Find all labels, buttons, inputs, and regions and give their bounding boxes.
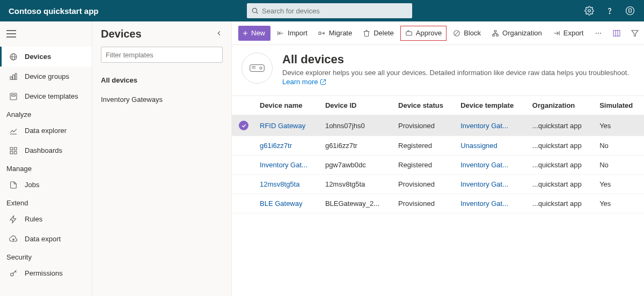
approve-icon: [405, 29, 413, 37]
device-name-cell[interactable]: RFID Gateway: [255, 115, 321, 136]
table-row[interactable]: BLE GatewayBLEGateway_2...ProvisionedInv…: [232, 194, 644, 213]
nav-data-explorer[interactable]: Data explorer: [0, 121, 92, 140]
nav-label: Jobs: [25, 181, 39, 189]
svg-point-43: [600, 33, 601, 34]
device-name-cell[interactable]: 12msv8tg5ta: [255, 175, 321, 194]
device-id-cell: 1ohns07jhs0: [321, 115, 394, 136]
secondary-title: Devices: [101, 28, 142, 40]
button-label: Import: [288, 29, 308, 37]
left-nav: Devices Device groups Device templates A…: [0, 21, 92, 296]
nav-jobs[interactable]: Jobs: [0, 175, 92, 195]
migrate-button[interactable]: Migrate: [314, 26, 356, 41]
search-box[interactable]: [247, 3, 412, 18]
nav-toggle[interactable]: [0, 27, 92, 47]
nav-data-export[interactable]: Data export: [0, 229, 92, 249]
top-header: Contoso quickstart app: [0, 0, 644, 21]
chart-icon: [9, 126, 18, 136]
device-name-cell[interactable]: BLE Gateway: [255, 194, 321, 213]
device-icon: [250, 64, 265, 72]
columns-button[interactable]: [611, 26, 622, 41]
export-nav-icon: [9, 234, 18, 244]
organization-cell: ...quickstart app: [528, 156, 595, 175]
svg-rect-18: [14, 147, 17, 150]
svg-point-22: [11, 273, 13, 276]
group-icon: [9, 72, 18, 82]
filter-button[interactable]: [630, 26, 640, 41]
svg-rect-19: [10, 151, 13, 154]
device-table: Device name Device ID Device status Devi…: [232, 95, 644, 296]
row-select-cell[interactable]: [232, 194, 255, 213]
nav-rules[interactable]: Rules: [0, 209, 92, 229]
hero: All devices Device explorer helps you se…: [232, 45, 644, 95]
secondary-panel: Devices All devices Inventory Gateways: [92, 21, 232, 296]
block-icon: [453, 29, 460, 37]
device-status-cell: Provisioned: [394, 194, 456, 213]
jobs-icon: [9, 180, 18, 190]
row-select-cell[interactable]: [232, 136, 255, 156]
settings-button[interactable]: [581, 2, 598, 19]
approve-button[interactable]: Approve: [400, 26, 447, 41]
delete-button[interactable]: Delete: [358, 26, 398, 41]
org-icon: [492, 29, 499, 37]
device-template-cell[interactable]: Inventory Gat...: [456, 175, 528, 194]
nav-device-groups[interactable]: Device groups: [0, 66, 92, 86]
nav-dashboards[interactable]: Dashboards: [0, 140, 92, 160]
feedback-button[interactable]: [621, 2, 639, 19]
filter-templates-input[interactable]: [101, 47, 223, 63]
overflow-button[interactable]: [590, 26, 607, 41]
trash-icon: [363, 29, 370, 37]
table-row[interactable]: g61i6zz7trg61i6zz7trRegisteredUnassigned…: [232, 136, 644, 156]
col-checkbox[interactable]: [232, 96, 255, 115]
device-id-cell: BLEGateway_2...: [321, 194, 394, 213]
svg-rect-27: [319, 32, 321, 34]
col-device-status[interactable]: Device status: [394, 96, 456, 115]
nav-permissions[interactable]: Permissions: [0, 263, 92, 283]
gear-icon: [584, 6, 594, 16]
block-button[interactable]: Block: [449, 26, 485, 41]
nav-device-templates[interactable]: Device templates: [0, 86, 92, 106]
table-header-row: Device name Device ID Device status Devi…: [232, 96, 644, 115]
nav-label: Data explorer: [25, 127, 67, 135]
collapse-secondary[interactable]: [215, 29, 223, 39]
import-button[interactable]: Import: [273, 26, 312, 41]
col-device-template[interactable]: Device template: [456, 96, 528, 115]
row-select-cell[interactable]: [232, 115, 255, 136]
secondary-item-inventory-gateways[interactable]: Inventory Gateways: [101, 90, 223, 109]
device-name-cell[interactable]: g61i6zz7tr: [255, 136, 321, 156]
export-button[interactable]: Export: [548, 26, 588, 41]
svg-point-3: [609, 13, 610, 13]
device-name-cell[interactable]: Inventory Gat...: [255, 156, 321, 175]
table-row[interactable]: 12msv8tg5ta12msv8tg5taProvisionedInvento…: [232, 175, 644, 194]
device-id-cell: g61i6zz7tr: [321, 136, 394, 156]
checked-icon: [239, 121, 248, 130]
svg-rect-12: [10, 77, 12, 79]
row-select-cell[interactable]: [232, 175, 255, 194]
search-input[interactable]: [262, 7, 408, 15]
table-row[interactable]: RFID Gateway1ohns07jhs0ProvisionedInvent…: [232, 115, 644, 136]
device-template-cell[interactable]: Unassigned: [456, 136, 528, 156]
organization-cell: ...quickstart app: [528, 115, 595, 136]
help-button[interactable]: [601, 2, 618, 19]
globe-icon: [9, 52, 18, 62]
col-organization[interactable]: Organization: [528, 96, 595, 115]
device-template-cell[interactable]: Inventory Gat...: [456, 156, 528, 175]
device-template-cell[interactable]: Inventory Gat...: [456, 115, 528, 136]
col-device-name[interactable]: Device name: [255, 96, 321, 115]
secondary-item-all-devices[interactable]: All devices: [101, 70, 223, 90]
row-select-cell[interactable]: [232, 156, 255, 175]
svg-point-51: [260, 67, 262, 69]
svg-point-0: [252, 8, 257, 12]
migrate-icon: [318, 29, 326, 37]
learn-more-link[interactable]: Learn more: [282, 78, 326, 86]
organization-button[interactable]: Organization: [487, 26, 546, 41]
col-simulated[interactable]: Simulated: [595, 96, 644, 115]
button-label: Approve: [416, 29, 442, 37]
device-template-cell[interactable]: Inventory Gat...: [456, 194, 528, 213]
new-button[interactable]: New: [238, 26, 270, 41]
col-device-id[interactable]: Device ID: [321, 96, 394, 115]
nav-devices[interactable]: Devices: [0, 47, 92, 66]
table-row[interactable]: Inventory Gat...pgw7awb0dcRegisteredInve…: [232, 156, 644, 175]
svg-rect-33: [493, 34, 495, 36]
template-icon: [9, 92, 18, 101]
nav-label: Permissions: [25, 269, 63, 277]
